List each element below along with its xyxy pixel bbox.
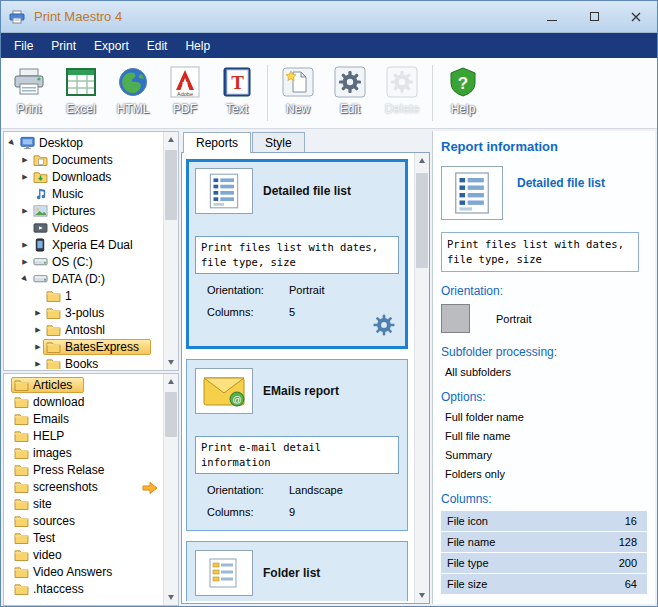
tree-item[interactable]: ▶Downloads <box>5 168 162 185</box>
list-item[interactable]: Test <box>5 529 162 546</box>
tab-reports[interactable]: Reports <box>183 132 251 153</box>
tree-item[interactable]: ▶DATA (D:) <box>5 270 162 287</box>
documents-icon <box>31 154 49 166</box>
list-item-content: HELP <box>11 428 76 444</box>
pdf-button[interactable]: AdobePDF <box>159 61 211 116</box>
scroll-down-button[interactable] <box>164 590 178 605</box>
menu-edit[interactable]: Edit <box>138 34 177 58</box>
column-row[interactable]: File type200 <box>441 553 647 573</box>
close-button[interactable] <box>615 1 657 32</box>
list-item[interactable]: sources <box>5 512 162 529</box>
new-document-icon <box>281 63 315 101</box>
toolbar-button-label: HTML <box>117 102 150 116</box>
expand-arrow-icon[interactable]: ▶ <box>33 326 43 334</box>
tree-item[interactable]: ▶BatesExpress <box>5 338 162 355</box>
menu-print[interactable]: Print <box>42 34 85 58</box>
edit-button[interactable]: Edit <box>324 61 376 116</box>
scroll-up-icon <box>419 158 425 163</box>
list-item[interactable]: HELP <box>5 427 162 444</box>
list-item[interactable]: Press Relase <box>5 461 162 478</box>
menu-file[interactable]: File <box>5 34 42 58</box>
tree-item[interactable]: Videos <box>5 219 162 236</box>
text-button[interactable]: TText <box>211 61 263 116</box>
delete-gear-icon <box>385 63 419 101</box>
tree-item[interactable]: 1 <box>5 287 162 304</box>
menu-help[interactable]: Help <box>176 34 219 58</box>
reports-scrollbar[interactable] <box>414 153 429 603</box>
list-item[interactable]: Video Answers <box>5 563 162 580</box>
column-row[interactable]: File size64 <box>441 574 647 594</box>
expand-arrow-icon[interactable]: ▶ <box>33 309 43 317</box>
scroll-up-button[interactable] <box>164 374 178 389</box>
print-button[interactable]: Print <box>3 61 55 116</box>
column-row[interactable]: File name128 <box>441 532 647 552</box>
list-item[interactable]: Articles <box>5 376 162 393</box>
email-icon: @ <box>195 368 253 414</box>
report-description-box[interactable]: Print files list with dates, file type, … <box>441 232 639 272</box>
scroll-down-button[interactable] <box>415 588 429 603</box>
expand-arrow-icon[interactable]: ▶ <box>20 173 30 181</box>
tree-item[interactable]: ▶Antoshl <box>5 321 162 338</box>
expand-arrow-icon[interactable]: ▶ <box>20 258 30 266</box>
expand-arrow-icon[interactable]: ▶ <box>20 156 30 164</box>
excel-button[interactable]: Excel <box>55 61 107 116</box>
option-item: Full file name <box>445 430 647 442</box>
menu-export[interactable]: Export <box>85 34 138 58</box>
minimize-button[interactable] <box>531 1 573 32</box>
tree-item[interactable]: ▶3-polus <box>5 304 162 321</box>
list-item[interactable]: screenshots <box>5 478 162 495</box>
scroll-thumb[interactable] <box>165 392 177 437</box>
expand-arrow-icon[interactable]: ▶ <box>20 241 30 249</box>
expand-arrow-icon[interactable]: ▶ <box>33 343 43 351</box>
tree-item-content: Books <box>43 356 110 370</box>
scroll-thumb[interactable] <box>165 150 177 220</box>
scroll-down-icon <box>419 593 425 598</box>
expand-arrow-icon[interactable]: ▶ <box>33 360 43 368</box>
list-item-content: Press Relase <box>11 462 116 478</box>
minimize-icon <box>547 20 557 21</box>
tree-item-label: Books <box>62 357 101 370</box>
maximize-button[interactable] <box>573 1 615 32</box>
tab-style[interactable]: Style <box>252 132 305 153</box>
report-card[interactable]: Folder list <box>186 541 408 601</box>
tree-item[interactable]: ▶Documents <box>5 151 162 168</box>
list-scrollbar[interactable] <box>163 374 178 605</box>
expand-arrow-icon[interactable]: ▶ <box>20 207 30 215</box>
list-item[interactable]: .htaccess <box>5 580 162 597</box>
folder-icon <box>12 413 30 425</box>
list-item-label: Video Answers <box>30 565 115 579</box>
html-button[interactable]: HTML <box>107 61 159 116</box>
orientation-value: Portrait <box>496 313 531 325</box>
maximize-icon <box>590 12 599 21</box>
tree-item[interactable]: ▶Desktop <box>5 134 162 151</box>
delete-button[interactable]: Delete <box>376 61 428 116</box>
tree-item[interactable]: ▶Books <box>5 355 162 369</box>
option-item: Full folder name <box>445 411 647 423</box>
tree-item[interactable]: ▶Xperia E4 Dual <box>5 236 162 253</box>
scroll-down-button[interactable] <box>164 355 178 370</box>
list-item[interactable]: images <box>5 444 162 461</box>
tree-item[interactable]: Music <box>5 185 162 202</box>
scroll-up-button[interactable] <box>415 153 429 168</box>
window-controls <box>531 1 657 32</box>
column-name: File type <box>447 557 489 569</box>
tree-item[interactable]: ▶Pictures <box>5 202 162 219</box>
help-button[interactable]: ?Help <box>437 61 489 116</box>
tree-item-content: 3-polus <box>43 305 116 321</box>
list-item[interactable]: Emails <box>5 410 162 427</box>
tree-scrollbar[interactable] <box>163 132 178 370</box>
tree-item[interactable]: ▶OS (C:) <box>5 253 162 270</box>
report-card[interactable]: Detailed file listPrint files list with … <box>186 159 408 349</box>
new-button[interactable]: New <box>272 61 324 116</box>
scroll-up-button[interactable] <box>164 132 178 147</box>
tree-item-label: Videos <box>49 221 91 235</box>
list-item[interactable]: site <box>5 495 162 512</box>
scroll-thumb[interactable] <box>416 173 428 268</box>
report-settings-gear-icon[interactable] <box>371 312 397 342</box>
orientation-label: Orientation: <box>207 484 289 496</box>
help-icon: ? <box>447 63 479 101</box>
report-card[interactable]: @EMails reportPrint e-mail detail inform… <box>186 359 408 531</box>
column-row[interactable]: File icon16 <box>441 511 647 531</box>
list-item[interactable]: video <box>5 546 162 563</box>
list-item[interactable]: download <box>5 393 162 410</box>
